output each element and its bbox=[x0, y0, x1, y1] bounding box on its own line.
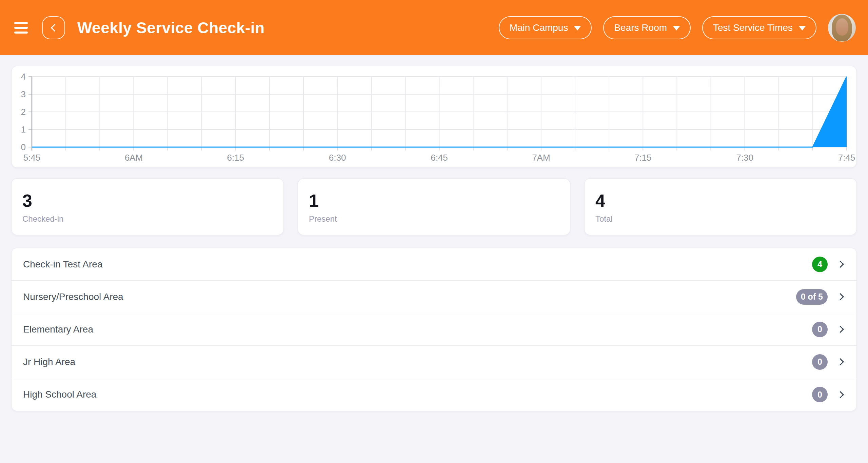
svg-text:7AM: 7AM bbox=[532, 153, 550, 163]
list-item-elementary-area[interactable]: Elementary Area 0 bbox=[12, 313, 856, 346]
list-item-nursery-preschool-area[interactable]: Nursery/Preschool Area 0 of 5 bbox=[12, 281, 856, 313]
chevron-down-icon bbox=[673, 26, 680, 31]
area-name: Nursery/Preschool Area bbox=[23, 291, 123, 302]
svg-text:5:45: 5:45 bbox=[23, 153, 41, 163]
svg-text:6:15: 6:15 bbox=[227, 153, 244, 163]
count-badge: 0 bbox=[812, 354, 828, 370]
svg-text:6:30: 6:30 bbox=[329, 153, 346, 163]
attendance-chart-card: 012345:456AM6:156:306:457AM7:157:307:45 bbox=[11, 66, 857, 168]
app-header: Weekly Service Check-in Main Campus Bear… bbox=[0, 0, 868, 55]
chevron-right-icon bbox=[837, 293, 844, 300]
svg-text:4: 4 bbox=[21, 72, 26, 82]
area-name: High School Area bbox=[23, 389, 96, 400]
back-button[interactable] bbox=[42, 16, 65, 39]
list-item-check-in-test-area[interactable]: Check-in Test Area 4 bbox=[12, 248, 856, 281]
stat-value: 4 bbox=[595, 192, 844, 210]
stats-row: 3 Checked-in 1 Present 4 Total bbox=[11, 178, 857, 235]
list-item-jr-high-area[interactable]: Jr High Area 0 bbox=[12, 346, 856, 378]
stat-label: Total bbox=[595, 214, 844, 224]
main-content: 012345:456AM6:156:306:457AM7:157:307:45 … bbox=[0, 66, 868, 411]
service-times-dropdown-label: Test Service Times bbox=[713, 22, 793, 33]
chevron-right-icon bbox=[837, 326, 844, 333]
list-item-high-school-area[interactable]: High School Area 0 bbox=[12, 378, 856, 411]
stat-card-present: 1 Present bbox=[298, 178, 570, 235]
svg-text:0: 0 bbox=[21, 142, 26, 152]
stat-label: Present bbox=[309, 214, 558, 224]
area-list: Check-in Test Area 4 Nursery/Preschool A… bbox=[11, 248, 857, 411]
chevron-down-icon bbox=[799, 26, 806, 31]
campus-dropdown[interactable]: Main Campus bbox=[499, 16, 592, 39]
hamburger-menu-icon[interactable] bbox=[14, 22, 28, 34]
count-badge: 0 bbox=[812, 322, 828, 337]
stat-card-total: 4 Total bbox=[584, 178, 857, 235]
count-badge: 4 bbox=[812, 257, 828, 272]
count-badge: 0 bbox=[812, 387, 828, 402]
user-avatar[interactable] bbox=[828, 14, 856, 42]
page-title: Weekly Service Check-in bbox=[77, 19, 265, 37]
svg-text:3: 3 bbox=[21, 89, 26, 99]
svg-text:7:30: 7:30 bbox=[736, 153, 753, 163]
service-times-dropdown[interactable]: Test Service Times bbox=[702, 16, 816, 39]
area-name: Check-in Test Area bbox=[23, 259, 103, 270]
stat-label: Checked-in bbox=[22, 214, 271, 224]
svg-text:2: 2 bbox=[21, 107, 26, 117]
chevron-down-icon bbox=[574, 26, 581, 31]
count-badge: 0 of 5 bbox=[796, 289, 828, 305]
svg-text:6:45: 6:45 bbox=[431, 153, 448, 163]
chevron-left-icon bbox=[51, 24, 59, 32]
stat-value: 1 bbox=[309, 192, 558, 210]
chevron-right-icon bbox=[837, 391, 844, 398]
svg-text:6AM: 6AM bbox=[125, 153, 143, 163]
svg-text:1: 1 bbox=[21, 124, 26, 135]
area-name: Jr High Area bbox=[23, 357, 75, 367]
attendance-area-chart: 012345:456AM6:156:306:457AM7:157:307:45 bbox=[12, 66, 856, 167]
stat-card-checked-in: 3 Checked-in bbox=[11, 178, 284, 235]
stat-value: 3 bbox=[22, 192, 271, 210]
campus-dropdown-label: Main Campus bbox=[510, 22, 568, 33]
area-name: Elementary Area bbox=[23, 324, 93, 335]
svg-text:7:15: 7:15 bbox=[634, 153, 652, 163]
header-actions: Main Campus Bears Room Test Service Time… bbox=[499, 14, 856, 42]
chevron-right-icon bbox=[837, 358, 844, 365]
svg-text:7:45: 7:45 bbox=[838, 153, 855, 163]
chevron-right-icon bbox=[837, 261, 844, 268]
room-dropdown[interactable]: Bears Room bbox=[603, 16, 691, 39]
room-dropdown-label: Bears Room bbox=[614, 22, 667, 33]
